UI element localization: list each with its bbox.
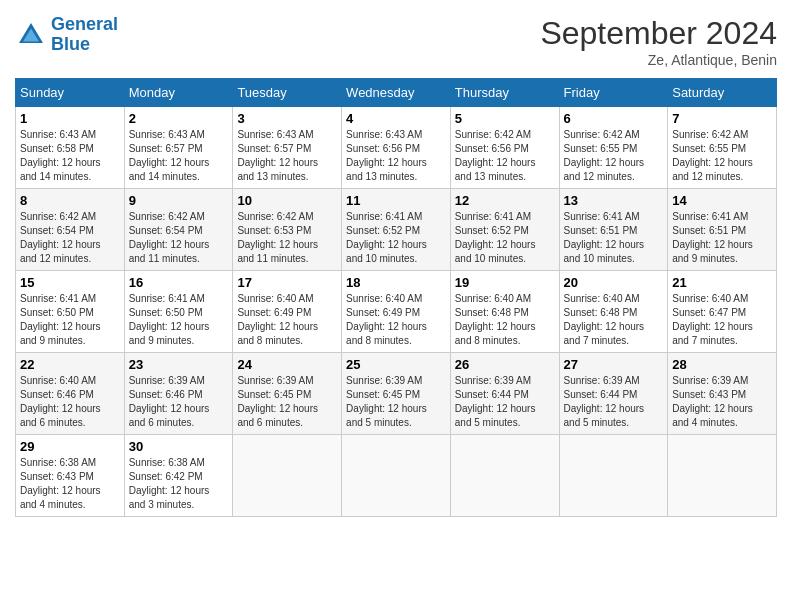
calendar-cell: 8 Sunrise: 6:42 AM Sunset: 6:54 PM Dayli… [16, 189, 125, 271]
calendar-cell: 7 Sunrise: 6:42 AM Sunset: 6:55 PM Dayli… [668, 107, 777, 189]
calendar-cell: 19 Sunrise: 6:40 AM Sunset: 6:48 PM Dayl… [450, 271, 559, 353]
location-subtitle: Ze, Atlantique, Benin [540, 52, 777, 68]
day-info: Sunrise: 6:39 AM Sunset: 6:44 PM Dayligh… [455, 374, 555, 430]
calendar-cell: 21 Sunrise: 6:40 AM Sunset: 6:47 PM Dayl… [668, 271, 777, 353]
calendar-cell: 15 Sunrise: 6:41 AM Sunset: 6:50 PM Dayl… [16, 271, 125, 353]
calendar-cell: 17 Sunrise: 6:40 AM Sunset: 6:49 PM Dayl… [233, 271, 342, 353]
day-info: Sunrise: 6:41 AM Sunset: 6:51 PM Dayligh… [672, 210, 772, 266]
day-number: 23 [129, 357, 229, 372]
calendar-cell: 23 Sunrise: 6:39 AM Sunset: 6:46 PM Dayl… [124, 353, 233, 435]
day-number: 4 [346, 111, 446, 126]
day-info: Sunrise: 6:42 AM Sunset: 6:55 PM Dayligh… [564, 128, 664, 184]
calendar-cell: 4 Sunrise: 6:43 AM Sunset: 6:56 PM Dayli… [342, 107, 451, 189]
day-header-wednesday: Wednesday [342, 79, 451, 107]
day-number: 7 [672, 111, 772, 126]
day-number: 2 [129, 111, 229, 126]
calendar-cell: 10 Sunrise: 6:42 AM Sunset: 6:53 PM Dayl… [233, 189, 342, 271]
calendar-cell: 27 Sunrise: 6:39 AM Sunset: 6:44 PM Dayl… [559, 353, 668, 435]
day-info: Sunrise: 6:42 AM Sunset: 6:53 PM Dayligh… [237, 210, 337, 266]
calendar-cell [559, 435, 668, 517]
calendar-cell: 26 Sunrise: 6:39 AM Sunset: 6:44 PM Dayl… [450, 353, 559, 435]
calendar-cell: 12 Sunrise: 6:41 AM Sunset: 6:52 PM Dayl… [450, 189, 559, 271]
day-number: 28 [672, 357, 772, 372]
calendar-cell: 24 Sunrise: 6:39 AM Sunset: 6:45 PM Dayl… [233, 353, 342, 435]
day-info: Sunrise: 6:41 AM Sunset: 6:52 PM Dayligh… [346, 210, 446, 266]
month-title: September 2024 [540, 15, 777, 52]
day-header-tuesday: Tuesday [233, 79, 342, 107]
day-number: 14 [672, 193, 772, 208]
day-info: Sunrise: 6:43 AM Sunset: 6:57 PM Dayligh… [129, 128, 229, 184]
day-number: 27 [564, 357, 664, 372]
day-number: 3 [237, 111, 337, 126]
day-number: 30 [129, 439, 229, 454]
logo-icon [15, 19, 47, 51]
day-header-monday: Monday [124, 79, 233, 107]
calendar-week-5: 29 Sunrise: 6:38 AM Sunset: 6:43 PM Dayl… [16, 435, 777, 517]
day-header-saturday: Saturday [668, 79, 777, 107]
day-number: 1 [20, 111, 120, 126]
day-info: Sunrise: 6:40 AM Sunset: 6:49 PM Dayligh… [237, 292, 337, 348]
day-info: Sunrise: 6:38 AM Sunset: 6:42 PM Dayligh… [129, 456, 229, 512]
day-number: 21 [672, 275, 772, 290]
day-number: 29 [20, 439, 120, 454]
day-number: 16 [129, 275, 229, 290]
day-info: Sunrise: 6:43 AM Sunset: 6:57 PM Dayligh… [237, 128, 337, 184]
day-info: Sunrise: 6:42 AM Sunset: 6:55 PM Dayligh… [672, 128, 772, 184]
title-section: September 2024 Ze, Atlantique, Benin [540, 15, 777, 68]
calendar-cell: 14 Sunrise: 6:41 AM Sunset: 6:51 PM Dayl… [668, 189, 777, 271]
calendar-cell: 30 Sunrise: 6:38 AM Sunset: 6:42 PM Dayl… [124, 435, 233, 517]
day-info: Sunrise: 6:40 AM Sunset: 6:49 PM Dayligh… [346, 292, 446, 348]
day-number: 10 [237, 193, 337, 208]
day-info: Sunrise: 6:41 AM Sunset: 6:52 PM Dayligh… [455, 210, 555, 266]
day-info: Sunrise: 6:39 AM Sunset: 6:43 PM Dayligh… [672, 374, 772, 430]
logo: General Blue [15, 15, 118, 55]
day-info: Sunrise: 6:39 AM Sunset: 6:45 PM Dayligh… [237, 374, 337, 430]
day-info: Sunrise: 6:43 AM Sunset: 6:58 PM Dayligh… [20, 128, 120, 184]
day-number: 11 [346, 193, 446, 208]
day-info: Sunrise: 6:42 AM Sunset: 6:56 PM Dayligh… [455, 128, 555, 184]
day-info: Sunrise: 6:39 AM Sunset: 6:45 PM Dayligh… [346, 374, 446, 430]
page-header: General Blue September 2024 Ze, Atlantiq… [15, 15, 777, 68]
day-header-friday: Friday [559, 79, 668, 107]
day-number: 19 [455, 275, 555, 290]
day-number: 9 [129, 193, 229, 208]
calendar-week-4: 22 Sunrise: 6:40 AM Sunset: 6:46 PM Dayl… [16, 353, 777, 435]
calendar-cell: 22 Sunrise: 6:40 AM Sunset: 6:46 PM Dayl… [16, 353, 125, 435]
day-number: 12 [455, 193, 555, 208]
day-info: Sunrise: 6:40 AM Sunset: 6:48 PM Dayligh… [455, 292, 555, 348]
day-info: Sunrise: 6:41 AM Sunset: 6:50 PM Dayligh… [129, 292, 229, 348]
day-info: Sunrise: 6:42 AM Sunset: 6:54 PM Dayligh… [20, 210, 120, 266]
calendar-cell: 28 Sunrise: 6:39 AM Sunset: 6:43 PM Dayl… [668, 353, 777, 435]
day-number: 20 [564, 275, 664, 290]
day-number: 26 [455, 357, 555, 372]
calendar-cell: 25 Sunrise: 6:39 AM Sunset: 6:45 PM Dayl… [342, 353, 451, 435]
day-number: 18 [346, 275, 446, 290]
day-number: 17 [237, 275, 337, 290]
calendar-table: SundayMondayTuesdayWednesdayThursdayFrid… [15, 78, 777, 517]
day-info: Sunrise: 6:42 AM Sunset: 6:54 PM Dayligh… [129, 210, 229, 266]
day-number: 13 [564, 193, 664, 208]
calendar-week-3: 15 Sunrise: 6:41 AM Sunset: 6:50 PM Dayl… [16, 271, 777, 353]
day-number: 6 [564, 111, 664, 126]
calendar-cell: 16 Sunrise: 6:41 AM Sunset: 6:50 PM Dayl… [124, 271, 233, 353]
calendar-cell [450, 435, 559, 517]
logo-text: General Blue [51, 15, 118, 55]
day-header-sunday: Sunday [16, 79, 125, 107]
day-header-thursday: Thursday [450, 79, 559, 107]
day-info: Sunrise: 6:40 AM Sunset: 6:48 PM Dayligh… [564, 292, 664, 348]
day-number: 25 [346, 357, 446, 372]
calendar-cell: 6 Sunrise: 6:42 AM Sunset: 6:55 PM Dayli… [559, 107, 668, 189]
calendar-cell: 5 Sunrise: 6:42 AM Sunset: 6:56 PM Dayli… [450, 107, 559, 189]
day-number: 22 [20, 357, 120, 372]
calendar-cell [342, 435, 451, 517]
calendar-cell [233, 435, 342, 517]
day-number: 5 [455, 111, 555, 126]
day-info: Sunrise: 6:40 AM Sunset: 6:47 PM Dayligh… [672, 292, 772, 348]
calendar-cell: 13 Sunrise: 6:41 AM Sunset: 6:51 PM Dayl… [559, 189, 668, 271]
day-info: Sunrise: 6:40 AM Sunset: 6:46 PM Dayligh… [20, 374, 120, 430]
calendar-cell: 18 Sunrise: 6:40 AM Sunset: 6:49 PM Dayl… [342, 271, 451, 353]
header-row: SundayMondayTuesdayWednesdayThursdayFrid… [16, 79, 777, 107]
day-number: 15 [20, 275, 120, 290]
calendar-cell: 11 Sunrise: 6:41 AM Sunset: 6:52 PM Dayl… [342, 189, 451, 271]
calendar-week-2: 8 Sunrise: 6:42 AM Sunset: 6:54 PM Dayli… [16, 189, 777, 271]
